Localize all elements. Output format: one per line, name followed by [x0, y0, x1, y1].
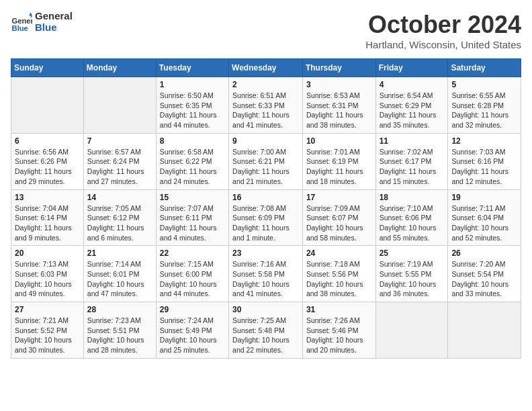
calendar-cell: 31Sunrise: 7:26 AMSunset: 5:46 PMDayligh…	[302, 302, 375, 359]
calendar-cell: 21Sunrise: 7:14 AMSunset: 6:01 PMDayligh…	[83, 246, 156, 302]
day-detail: Sunrise: 7:24 AMSunset: 5:49 PMDaylight:…	[160, 316, 225, 355]
day-detail: Sunrise: 7:01 AMSunset: 6:19 PMDaylight:…	[306, 147, 372, 187]
col-header-tuesday: Tuesday	[156, 59, 228, 77]
day-number: 1	[160, 80, 225, 89]
day-detail: Sunrise: 6:57 AMSunset: 6:24 PMDaylight:…	[87, 147, 152, 187]
day-detail: Sunrise: 6:53 AMSunset: 6:31 PMDaylight:…	[306, 91, 372, 130]
day-number: 15	[160, 193, 225, 202]
calendar-cell: 29Sunrise: 7:24 AMSunset: 5:49 PMDayligh…	[156, 302, 228, 359]
calendar-cell: 25Sunrise: 7:19 AMSunset: 5:55 PMDayligh…	[375, 246, 448, 302]
day-number: 11	[380, 136, 445, 146]
day-detail: Sunrise: 6:51 AMSunset: 6:33 PMDaylight:…	[232, 91, 299, 130]
calendar-cell	[83, 77, 156, 134]
day-detail: Sunrise: 7:18 AMSunset: 5:56 PMDaylight:…	[306, 259, 372, 299]
day-number: 10	[306, 136, 372, 146]
logo: General Blue General Blue	[11, 11, 73, 33]
day-number: 29	[160, 305, 225, 314]
day-number: 6	[15, 136, 80, 146]
day-number: 25	[380, 248, 445, 258]
col-header-monday: Monday	[83, 59, 156, 77]
calendar-cell	[448, 302, 521, 359]
calendar-cell: 7Sunrise: 6:57 AMSunset: 6:24 PMDaylight…	[83, 133, 156, 189]
calendar-cell	[375, 302, 448, 359]
calendar-cell	[11, 77, 84, 134]
calendar-cell: 4Sunrise: 6:54 AMSunset: 6:29 PMDaylight…	[375, 77, 448, 134]
day-number: 14	[87, 193, 152, 202]
day-detail: Sunrise: 7:10 AMSunset: 6:06 PMDaylight:…	[380, 203, 445, 243]
day-number: 8	[160, 136, 225, 146]
calendar-cell: 2Sunrise: 6:51 AMSunset: 6:33 PMDaylight…	[229, 77, 303, 134]
day-number: 26	[451, 248, 517, 258]
week-row-2: 6Sunrise: 6:56 AMSunset: 6:26 PMDaylight…	[11, 133, 521, 189]
day-detail: Sunrise: 7:16 AMSunset: 5:58 PMDaylight:…	[232, 259, 299, 299]
day-number: 5	[451, 80, 517, 89]
col-header-saturday: Saturday	[448, 59, 521, 77]
day-number: 2	[232, 80, 299, 89]
col-header-sunday: Sunday	[11, 59, 84, 77]
logo-blue: Blue	[35, 22, 73, 34]
col-header-friday: Friday	[375, 59, 448, 77]
day-number: 31	[306, 305, 372, 314]
day-detail: Sunrise: 7:05 AMSunset: 6:12 PMDaylight:…	[87, 203, 152, 243]
logo-general: General	[35, 11, 73, 22]
day-number: 24	[306, 248, 372, 258]
col-header-wednesday: Wednesday	[229, 59, 303, 77]
calendar-cell: 10Sunrise: 7:01 AMSunset: 6:19 PMDayligh…	[302, 133, 375, 189]
day-number: 21	[87, 248, 152, 258]
day-detail: Sunrise: 7:15 AMSunset: 6:00 PMDaylight:…	[160, 259, 225, 299]
calendar-cell: 11Sunrise: 7:02 AMSunset: 6:17 PMDayligh…	[375, 133, 448, 189]
calendar-cell: 6Sunrise: 6:56 AMSunset: 6:26 PMDaylight…	[11, 133, 84, 189]
col-header-thursday: Thursday	[302, 59, 375, 77]
calendar-cell: 9Sunrise: 7:00 AMSunset: 6:21 PMDaylight…	[229, 133, 303, 189]
day-number: 23	[232, 248, 299, 258]
day-detail: Sunrise: 7:14 AMSunset: 6:01 PMDaylight:…	[87, 259, 152, 299]
day-detail: Sunrise: 6:54 AMSunset: 6:29 PMDaylight:…	[380, 91, 445, 130]
day-detail: Sunrise: 7:19 AMSunset: 5:55 PMDaylight:…	[380, 259, 445, 299]
calendar-cell: 13Sunrise: 7:04 AMSunset: 6:14 PMDayligh…	[11, 189, 84, 246]
day-detail: Sunrise: 7:13 AMSunset: 6:03 PMDaylight:…	[15, 259, 80, 299]
day-number: 12	[451, 136, 517, 146]
title-block: October 2024 Hartland, Wisconsin, United…	[365, 11, 521, 50]
week-row-3: 13Sunrise: 7:04 AMSunset: 6:14 PMDayligh…	[11, 189, 521, 246]
day-detail: Sunrise: 7:08 AMSunset: 6:09 PMDaylight:…	[232, 203, 299, 243]
calendar-cell: 1Sunrise: 6:50 AMSunset: 6:35 PMDaylight…	[156, 77, 228, 134]
day-detail: Sunrise: 6:58 AMSunset: 6:22 PMDaylight:…	[160, 147, 225, 187]
day-detail: Sunrise: 7:09 AMSunset: 6:07 PMDaylight:…	[306, 203, 372, 243]
calendar-cell: 12Sunrise: 7:03 AMSunset: 6:16 PMDayligh…	[448, 133, 521, 189]
svg-text:General: General	[12, 16, 32, 24]
week-row-4: 20Sunrise: 7:13 AMSunset: 6:03 PMDayligh…	[11, 246, 521, 302]
calendar-cell: 16Sunrise: 7:08 AMSunset: 6:09 PMDayligh…	[229, 189, 303, 246]
calendar-cell: 15Sunrise: 7:07 AMSunset: 6:11 PMDayligh…	[156, 189, 228, 246]
day-number: 28	[87, 305, 152, 314]
day-number: 27	[15, 305, 80, 314]
svg-text:Blue: Blue	[12, 24, 28, 32]
day-number: 16	[232, 193, 299, 202]
logo-icon: General Blue	[11, 11, 32, 33]
calendar-cell: 3Sunrise: 6:53 AMSunset: 6:31 PMDaylight…	[302, 77, 375, 134]
page-header: General Blue General Blue October 2024 H…	[11, 11, 521, 50]
location-title: Hartland, Wisconsin, United States	[365, 39, 521, 50]
calendar-cell: 18Sunrise: 7:10 AMSunset: 6:06 PMDayligh…	[375, 189, 448, 246]
calendar-cell: 5Sunrise: 6:55 AMSunset: 6:28 PMDaylight…	[448, 77, 521, 134]
calendar-cell: 22Sunrise: 7:15 AMSunset: 6:00 PMDayligh…	[156, 246, 228, 302]
day-detail: Sunrise: 7:23 AMSunset: 5:51 PMDaylight:…	[87, 316, 152, 355]
day-detail: Sunrise: 7:25 AMSunset: 5:48 PMDaylight:…	[232, 316, 299, 355]
day-number: 22	[160, 248, 225, 258]
day-number: 7	[87, 136, 152, 146]
day-number: 30	[232, 305, 299, 314]
calendar-cell: 30Sunrise: 7:25 AMSunset: 5:48 PMDayligh…	[229, 302, 303, 359]
calendar-cell: 19Sunrise: 7:11 AMSunset: 6:04 PMDayligh…	[448, 189, 521, 246]
day-number: 17	[306, 193, 372, 202]
calendar-cell: 8Sunrise: 6:58 AMSunset: 6:22 PMDaylight…	[156, 133, 228, 189]
calendar-cell: 27Sunrise: 7:21 AMSunset: 5:52 PMDayligh…	[11, 302, 84, 359]
calendar-cell: 23Sunrise: 7:16 AMSunset: 5:58 PMDayligh…	[229, 246, 303, 302]
calendar-cell: 24Sunrise: 7:18 AMSunset: 5:56 PMDayligh…	[302, 246, 375, 302]
day-number: 13	[15, 193, 80, 202]
day-detail: Sunrise: 7:21 AMSunset: 5:52 PMDaylight:…	[15, 316, 80, 355]
day-detail: Sunrise: 7:02 AMSunset: 6:17 PMDaylight:…	[380, 147, 445, 187]
day-number: 4	[380, 80, 445, 89]
calendar-cell: 14Sunrise: 7:05 AMSunset: 6:12 PMDayligh…	[83, 189, 156, 246]
calendar-cell: 20Sunrise: 7:13 AMSunset: 6:03 PMDayligh…	[11, 246, 84, 302]
day-detail: Sunrise: 6:55 AMSunset: 6:28 PMDaylight:…	[451, 91, 517, 130]
day-detail: Sunrise: 7:26 AMSunset: 5:46 PMDaylight:…	[306, 316, 372, 355]
